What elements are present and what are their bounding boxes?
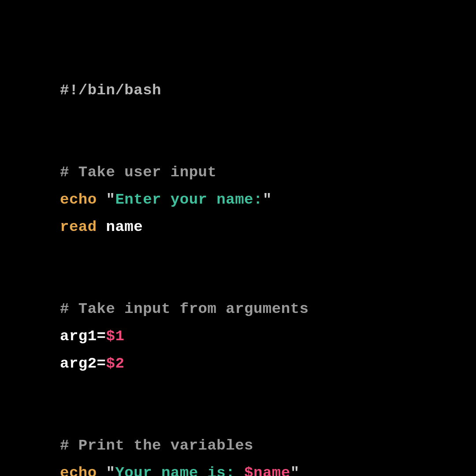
- variable-ref: $name: [244, 465, 290, 476]
- variable-ref: $1: [106, 328, 125, 345]
- quote-open: ": [106, 465, 115, 476]
- shebang-line: #!/bin/bash: [60, 82, 161, 99]
- variable-ref: $2: [106, 355, 125, 372]
- identifier: name: [97, 219, 143, 235]
- echo-keyword: echo: [60, 465, 97, 476]
- code-block: #!/bin/bash # Take user input echo "Ente…: [0, 0, 476, 476]
- quote-close: ": [263, 191, 272, 208]
- quote-open: ": [106, 191, 115, 208]
- echo-keyword: echo: [60, 191, 97, 208]
- read-keyword: read: [60, 219, 97, 235]
- comment-line: # Take user input: [60, 164, 216, 181]
- quote-close: ": [290, 465, 300, 476]
- comment-line: # Print the variables: [60, 437, 253, 454]
- string-literal: Enter your name:: [115, 191, 262, 208]
- assignment-lhs: arg1=: [60, 328, 106, 345]
- assignment-lhs: arg2=: [60, 355, 106, 372]
- comment-line: # Take input from arguments: [60, 301, 309, 317]
- string-literal: Your name is:: [115, 465, 244, 476]
